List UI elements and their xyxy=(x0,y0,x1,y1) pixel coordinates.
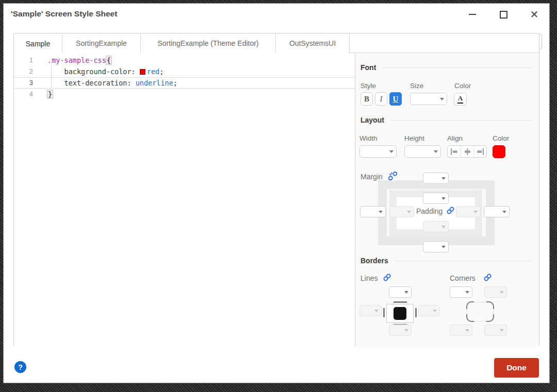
tab-sortingexample[interactable]: SortingExample xyxy=(62,33,141,53)
token-plain: ; xyxy=(173,79,177,87)
border-right-select[interactable] xyxy=(418,305,440,316)
css-code-editor[interactable]: 1.my-sample-css{2 background-color: red;… xyxy=(14,53,355,347)
corner-top-right-indicator xyxy=(486,301,494,309)
style-sheet-dialog: 'Sample' Screen Style Sheet ✕ Open Theme… xyxy=(3,3,550,383)
chevron-down-icon xyxy=(441,197,446,200)
tab-sample[interactable]: Sample xyxy=(14,33,62,54)
corner-top-left-indicator xyxy=(466,301,474,309)
padding-link-icon[interactable] xyxy=(446,206,455,215)
border-top-select[interactable] xyxy=(389,286,412,298)
chevron-down-icon xyxy=(441,177,446,180)
close-button[interactable]: ✕ xyxy=(524,6,545,23)
align-center-button[interactable] xyxy=(461,146,473,157)
padding-right-select[interactable] xyxy=(456,206,481,217)
chevron-down-icon xyxy=(433,310,437,312)
chevron-down-icon xyxy=(404,329,408,332)
content-body: 1.my-sample-css{2 background-color: red;… xyxy=(14,53,539,347)
chevron-down-icon xyxy=(374,310,379,312)
lines-link-icon[interactable] xyxy=(383,273,391,282)
font-header-label: Font xyxy=(361,63,376,72)
corner-top-left-select[interactable] xyxy=(450,286,472,298)
borders-header-label: Borders xyxy=(361,257,388,265)
chevron-down-icon xyxy=(379,211,383,213)
border-bottom-select[interactable] xyxy=(389,325,412,336)
code-line-3[interactable]: 3 text-decoration: underline; xyxy=(14,77,355,89)
margin-unlink-icon[interactable] xyxy=(388,172,397,180)
chevron-down-icon xyxy=(407,211,411,213)
layout-color-swatch[interactable] xyxy=(493,145,505,158)
height-select[interactable] xyxy=(404,145,441,158)
code-line-4[interactable]: 4} xyxy=(14,89,355,100)
padding-left-select[interactable] xyxy=(389,206,414,217)
close-icon: ✕ xyxy=(530,9,539,20)
line-number: 1 xyxy=(14,55,37,66)
corner-bottom-left-select[interactable] xyxy=(450,325,472,336)
align-button-group xyxy=(447,145,487,158)
lines-label: Lines xyxy=(361,274,378,282)
style-label: Style xyxy=(361,82,376,90)
chevron-down-icon xyxy=(473,211,478,213)
corner-top-right-select[interactable] xyxy=(484,286,507,298)
align-right-button[interactable] xyxy=(473,146,486,157)
token-property: background-color: xyxy=(64,67,136,76)
size-label: Size xyxy=(410,82,423,90)
token-value: red xyxy=(147,67,159,76)
indent-guide xyxy=(51,66,52,89)
underline-button[interactable]: U xyxy=(389,92,402,106)
margin-right-select[interactable] xyxy=(484,206,510,217)
font-color-icon: A xyxy=(457,95,463,103)
token-selector: .my-sample-css xyxy=(47,56,106,64)
font-size-select[interactable] xyxy=(410,93,447,105)
chevron-down-icon xyxy=(434,150,438,153)
corners-label: Corners xyxy=(450,274,476,282)
minimize-button[interactable] xyxy=(462,6,483,23)
token-brace: } xyxy=(47,90,53,98)
padding-top-select[interactable] xyxy=(423,193,449,204)
inline-color-swatch[interactable] xyxy=(140,69,145,75)
font-color-label: Color xyxy=(454,82,471,90)
code-line-2[interactable]: 2 background-color: red; xyxy=(14,66,355,77)
margin-top-select[interactable] xyxy=(423,173,449,184)
token-property: text-decoration: xyxy=(64,79,132,87)
chevron-down-icon xyxy=(389,150,394,153)
chevron-down-icon xyxy=(441,226,446,228)
layout-header-label: Layout xyxy=(361,116,384,124)
code-text: background-color: red; xyxy=(37,66,163,77)
tab-outsystemsui[interactable]: OutSystemsUI xyxy=(276,33,350,53)
border-left-select[interactable] xyxy=(359,305,382,316)
code-text: text-decoration: underline; xyxy=(37,77,177,89)
padding-bottom-select[interactable] xyxy=(423,221,449,232)
chevron-down-icon xyxy=(502,211,506,213)
titlebar: 'Sample' Screen Style Sheet ✕ xyxy=(4,4,549,28)
line-number: 2 xyxy=(14,66,37,77)
help-button[interactable]: ? xyxy=(14,361,26,373)
tab-sortingexample-theme-editor[interactable]: SortingExample (Theme Editor) xyxy=(141,33,276,53)
chevron-down-icon xyxy=(404,291,408,294)
done-button[interactable]: Done xyxy=(494,358,539,378)
margin-left-select[interactable] xyxy=(360,206,386,217)
border-left-indicator xyxy=(383,308,385,317)
styles-panel: Font Style Size Color B I U A Layout xyxy=(355,53,539,347)
borders-section-header: Borders xyxy=(361,257,533,265)
dialog-title: 'Sample' Screen Style Sheet xyxy=(11,9,117,19)
align-left-button[interactable] xyxy=(448,146,461,157)
help-icon: ? xyxy=(18,363,23,371)
bold-button[interactable]: B xyxy=(361,92,373,106)
border-color-swatch[interactable] xyxy=(392,306,407,321)
italic-button[interactable]: I xyxy=(375,92,387,106)
chevron-down-icon xyxy=(465,291,469,294)
corner-bottom-right-indicator xyxy=(486,314,494,322)
token-brace: { xyxy=(106,56,111,64)
layout-section-header: Layout xyxy=(361,116,533,124)
margin-bottom-select[interactable] xyxy=(423,241,449,252)
content-container: SampleSortingExampleSortingExample (Them… xyxy=(13,33,539,347)
width-select[interactable] xyxy=(359,145,397,158)
border-top-indicator xyxy=(394,301,407,303)
code-line-1[interactable]: 1.my-sample-css{ xyxy=(14,55,355,66)
font-color-button[interactable]: A xyxy=(454,93,467,106)
layout-color-label: Color xyxy=(493,134,509,142)
maximize-button[interactable] xyxy=(493,6,514,23)
corners-link-icon[interactable] xyxy=(483,273,492,282)
corner-bottom-right-select[interactable] xyxy=(484,325,507,336)
token-plain: ; xyxy=(159,67,163,76)
